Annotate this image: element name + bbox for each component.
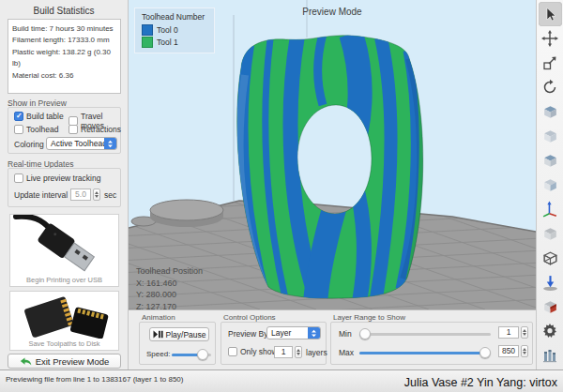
- preview-by-dropdown[interactable]: Layer: [266, 326, 321, 339]
- view-side[interactable]: [539, 173, 562, 197]
- view-top[interactable]: [539, 148, 562, 173]
- min-layer-slider[interactable]: [359, 333, 491, 336]
- checkbox-label: Live preview tracking: [26, 173, 100, 183]
- sd-card-image: [10, 292, 118, 339]
- control-options-group: Preview By Layer Only show 1 layers: [221, 322, 327, 365]
- cube-top-icon: [541, 152, 559, 170]
- max-layer-field[interactable]: 850: [498, 345, 519, 357]
- panel-title: Build Statistics: [0, 6, 128, 16]
- legend-title: Toolhead Number: [142, 12, 205, 22]
- checkbox-icon[interactable]: [14, 173, 23, 183]
- axes-icon: [541, 201, 559, 219]
- stat-build-time: Build time: 7 hours 30 minutes: [12, 23, 118, 35]
- max-layer-stepper[interactable]: [521, 345, 528, 357]
- control-options-group-label: Control Options: [223, 313, 276, 322]
- update-interval-unit: sec: [104, 190, 116, 200]
- checkbox-build-table[interactable]: Build table: [14, 112, 64, 121]
- view-iso[interactable]: [539, 99, 562, 124]
- checkbox-live-preview-tracking[interactable]: Live preview tracking: [14, 173, 100, 183]
- usb-plug-image: [10, 215, 118, 273]
- cube-front-icon: [541, 128, 559, 145]
- max-slider-thumb[interactable]: [479, 347, 491, 358]
- toolhead-x: X: 161.460: [136, 278, 203, 290]
- play-pause-button[interactable]: Play/Pause: [149, 327, 209, 341]
- begin-printing-usb-button[interactable]: Begin Printing over USB: [9, 214, 119, 287]
- save-toolpaths-disk-button[interactable]: Save Toolpaths to Disk: [9, 291, 119, 351]
- view-front[interactable]: [539, 124, 562, 148]
- speed-label: Speed:: [146, 350, 170, 358]
- update-interval-stepper[interactable]: [93, 188, 100, 201]
- checkbox-toolhead[interactable]: Toolhead: [14, 125, 59, 134]
- support-structures[interactable]: [539, 343, 562, 368]
- preview-3d-viewport[interactable]: Preview Mode Toolhead Number Tool 0 Tool…: [129, 0, 536, 309]
- tool1-label: Tool 1: [157, 38, 178, 47]
- toolhead-z: Z: 127.170: [136, 301, 203, 310]
- coloring-dropdown[interactable]: Active Toolhead: [46, 137, 117, 150]
- tool1-color-swatch: [142, 37, 153, 48]
- checkbox-icon[interactable]: [68, 125, 78, 134]
- checkbox-icon[interactable]: [228, 347, 237, 356]
- solid-render[interactable]: [539, 221, 562, 246]
- toolhead-position-readout: Toolhead Position X: 161.460 Y: 280.000 …: [136, 265, 203, 309]
- stat-filament-length: Filament length: 17333.0 mm: [12, 35, 118, 46]
- settings[interactable]: [539, 319, 562, 343]
- preview-by-label: Preview By: [228, 329, 268, 339]
- coloring-value: Active Toolhead: [47, 139, 104, 148]
- speed-slider[interactable]: [172, 354, 211, 356]
- dropdown-arrows-icon: [308, 327, 320, 339]
- place-on-bed[interactable]: [539, 270, 562, 294]
- checkbox-label: Build table: [26, 112, 64, 121]
- status-message: Previewing file from line 1 to 1383167 (…: [6, 375, 183, 384]
- only-show-checkbox[interactable]: Only show: [228, 347, 278, 356]
- max-slider-fill: [359, 352, 485, 354]
- rotate-icon: [541, 79, 558, 96]
- rotate-view-tool[interactable]: [539, 75, 562, 99]
- max-layer-slider[interactable]: [359, 352, 491, 354]
- coordinate-axes[interactable]: [539, 197, 562, 221]
- back-arrow-icon: [20, 357, 32, 366]
- solid-cube-icon: [541, 225, 559, 243]
- min-layer-stepper[interactable]: [521, 326, 528, 339]
- update-interval-label: Update interval: [14, 190, 68, 200]
- max-label: Max: [339, 348, 354, 357]
- cross-section[interactable]: [539, 294, 562, 319]
- select-tool[interactable]: [539, 2, 562, 26]
- min-slider-thumb[interactable]: [359, 328, 371, 339]
- supports-icon: [541, 347, 558, 364]
- min-label: Min: [339, 329, 352, 339]
- realtime-updates-group: Live preview tracking Update interval 5.…: [8, 168, 121, 207]
- show-in-preview-group: Build table Travel moves Toolhead Retrac…: [8, 107, 121, 154]
- update-interval-field[interactable]: 5.0: [70, 188, 91, 201]
- checkbox-icon[interactable]: [14, 112, 23, 121]
- tool0-color-swatch: [142, 24, 153, 36]
- move-arrows-icon: [541, 30, 558, 47]
- move-view-tool[interactable]: [539, 26, 562, 51]
- animation-group-label: Animation: [142, 313, 175, 322]
- play-pause-label: Play/Pause: [166, 330, 206, 339]
- only-show-stepper[interactable]: [295, 346, 302, 358]
- exit-preview-mode-button[interactable]: Exit Preview Mode: [8, 354, 121, 369]
- legend-item-tool0: Tool 0: [142, 24, 205, 36]
- scale-view-tool[interactable]: [539, 51, 562, 75]
- legend-item-tool1: Tool 1: [142, 37, 205, 48]
- drop-arrow-icon: [541, 274, 559, 292]
- animation-group: Play/Pause Speed:: [139, 322, 216, 365]
- cross-section-icon: [541, 298, 559, 316]
- stat-material-cost: Material cost: 6.36: [12, 70, 118, 82]
- toolhead-y: Y: 280.000: [136, 289, 203, 301]
- view-toolbar: [536, 0, 563, 369]
- checkbox-retractions[interactable]: Retractions: [68, 125, 121, 134]
- min-layer-field[interactable]: 1: [498, 326, 519, 339]
- only-show-label: Only show: [240, 347, 278, 356]
- cube-side-icon: [541, 176, 559, 194]
- scale-icon: [541, 54, 558, 71]
- build-statistics-panel: Build Statistics Build time: 7 hours 30 …: [0, 0, 129, 369]
- speed-slider-thumb[interactable]: [197, 349, 208, 360]
- wireframe-render[interactable]: [539, 246, 562, 270]
- checkbox-icon[interactable]: [14, 125, 23, 134]
- coloring-label: Coloring: [14, 140, 44, 149]
- only-show-field[interactable]: 1: [274, 346, 293, 358]
- exit-button-label: Exit Preview Mode: [36, 356, 110, 367]
- layers-label: layers: [306, 348, 327, 357]
- checkbox-label: Retractions: [81, 125, 121, 134]
